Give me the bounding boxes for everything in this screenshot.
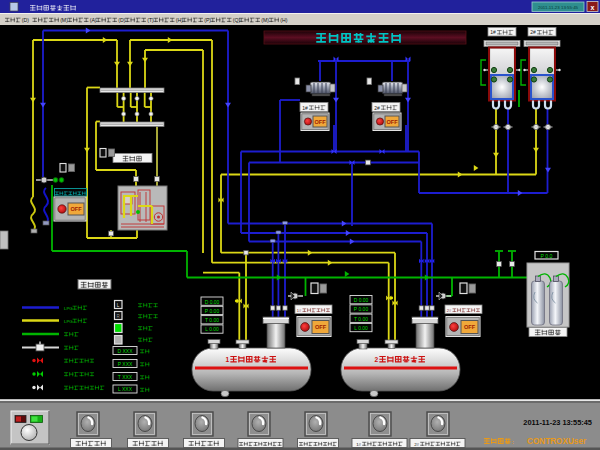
svg-text:(P): (P) xyxy=(204,17,211,23)
svg-text:OFF: OFF xyxy=(386,119,398,125)
svg-text:(A): (A) xyxy=(90,17,97,23)
svg-text:T 0.00: T 0.00 xyxy=(354,316,368,322)
svg-text:1#: 1# xyxy=(356,442,361,447)
svg-text:1: 1 xyxy=(225,356,229,363)
svg-text:T XXX: T XXX xyxy=(118,374,133,380)
svg-text:OFF: OFF xyxy=(70,206,82,212)
svg-text::: : xyxy=(512,439,514,445)
svg-text:LPG: LPG xyxy=(64,306,73,311)
svg-text:LPG: LPG xyxy=(64,319,73,324)
svg-text:L 0.00: L 0.00 xyxy=(354,325,368,331)
svg-text:(D): (D) xyxy=(22,17,29,23)
svg-text:P 0.0: P 0.0 xyxy=(540,253,552,259)
svg-text:2: 2 xyxy=(374,356,378,363)
svg-text:D 0.00: D 0.00 xyxy=(205,299,220,305)
svg-text:2011-11-23 13:55:45: 2011-11-23 13:55:45 xyxy=(538,5,579,10)
svg-text:2#: 2# xyxy=(374,106,380,111)
svg-text:L XXX: L XXX xyxy=(118,386,133,392)
svg-text:2#: 2# xyxy=(414,442,419,447)
svg-text:D 0.00: D 0.00 xyxy=(354,297,369,303)
svg-text:OFF: OFF xyxy=(314,119,326,125)
svg-text:x: x xyxy=(591,4,595,11)
svg-text:L 0.00: L 0.00 xyxy=(205,326,219,332)
svg-text:(D): (D) xyxy=(118,17,125,23)
svg-text:2#: 2# xyxy=(530,30,536,35)
svg-text:2#: 2# xyxy=(447,308,452,313)
svg-text:D XXX: D XXX xyxy=(117,348,133,354)
svg-text:P XXX: P XXX xyxy=(118,361,133,367)
svg-text:1#: 1# xyxy=(302,106,308,111)
svg-text:1#: 1# xyxy=(297,308,302,313)
svg-text:(T): (T) xyxy=(147,17,154,23)
svg-text:(M): (M) xyxy=(60,17,68,23)
svg-text:2011-11-23 13:55:45: 2011-11-23 13:55:45 xyxy=(523,418,592,427)
svg-text:OFF: OFF xyxy=(464,324,476,330)
svg-text:OFF: OFF xyxy=(315,324,327,330)
svg-text:(H): (H) xyxy=(176,17,183,23)
svg-text:P 0.00: P 0.00 xyxy=(205,308,220,314)
svg-text:(Q): (Q) xyxy=(233,17,241,23)
svg-text:CONTROXUser: CONTROXUser xyxy=(527,437,587,446)
svg-text:(M): (M) xyxy=(261,17,269,23)
svg-text:T 0.00: T 0.00 xyxy=(205,317,219,323)
svg-text:1#: 1# xyxy=(490,30,496,35)
svg-text:P 0.00: P 0.00 xyxy=(354,306,369,312)
svg-text:(H): (H) xyxy=(280,17,287,23)
